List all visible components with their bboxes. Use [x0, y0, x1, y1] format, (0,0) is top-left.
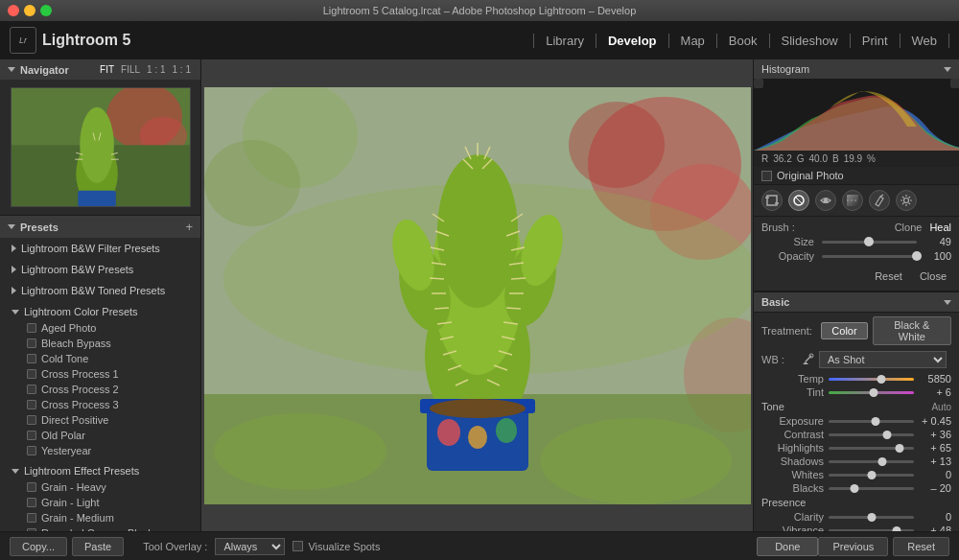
fill-btn[interactable]: FILL: [119, 63, 142, 76]
heal-btn[interactable]: Heal: [929, 222, 951, 233]
vibrance-slider[interactable]: [829, 529, 914, 532]
shadows-slider[interactable]: [829, 460, 914, 463]
whites-slider[interactable]: [829, 474, 914, 477]
presets-add-icon[interactable]: +: [185, 220, 193, 234]
preset-cross-process-2-icon: [27, 385, 36, 394]
clarity-label: Clarity: [761, 511, 824, 523]
reset-develop-button[interactable]: Reset: [893, 537, 949, 556]
preset-direct-positive[interactable]: Direct Positive: [0, 412, 200, 428]
spot-removal-btn[interactable]: [788, 190, 809, 211]
preset-old-polar-icon: [27, 431, 36, 440]
navigator-header[interactable]: Navigator FIT FILL 1 : 1 1 : 1: [0, 59, 200, 80]
bw-btn[interactable]: Black & White: [873, 316, 951, 345]
window-controls: [8, 5, 52, 16]
preset-cross-process-3[interactable]: Cross Process 3: [0, 397, 200, 412]
wb-eyedropper-btn[interactable]: [800, 352, 815, 367]
wb-label: WB :: [761, 354, 800, 365]
preset-cross-process-2[interactable]: Cross Process 2: [0, 382, 200, 397]
preset-group-bwtoned-header[interactable]: Lightroom B&W Toned Presets: [0, 282, 200, 299]
paste-button[interactable]: Paste: [72, 537, 124, 556]
contrast-thumb[interactable]: [882, 431, 891, 439]
wb-select[interactable]: As Shot Auto Daylight Cloudy Custom: [819, 351, 947, 368]
fit-btn[interactable]: FIT: [98, 63, 116, 76]
nav-slideshow[interactable]: Slideshow: [770, 34, 851, 48]
crop-tool-btn[interactable]: [761, 190, 783, 211]
presets-header[interactable]: Presets +: [0, 216, 200, 238]
close-icon[interactable]: [8, 5, 19, 16]
auto-btn[interactable]: Auto: [931, 402, 951, 412]
previous-button[interactable]: Previous: [818, 537, 888, 556]
preset-group-bw-header[interactable]: Lightroom B&W Presets: [0, 261, 200, 278]
preset-aged-photo[interactable]: Aged Photo: [0, 320, 200, 336]
opacity-value: 100: [923, 250, 951, 262]
settings-btn[interactable]: [896, 190, 917, 211]
opacity-slider-track[interactable]: [822, 255, 917, 258]
adjustment-brush-btn[interactable]: [869, 190, 890, 211]
logo-icon: Lr: [10, 27, 36, 54]
preset-group-bwfilter-header[interactable]: Lightroom B&W Filter Presets: [0, 240, 200, 257]
preset-grain-light[interactable]: Grain - Light: [0, 495, 200, 510]
shadows-row: Shadows + 13: [754, 455, 959, 468]
tint-slider[interactable]: [829, 391, 914, 394]
exposure-thumb[interactable]: [871, 417, 879, 426]
left-panel: Navigator FIT FILL 1 : 1 1 : 1: [0, 59, 201, 531]
tool-strip: [754, 185, 959, 217]
minimize-icon[interactable]: [24, 5, 35, 16]
blacks-thumb[interactable]: [850, 484, 858, 493]
nav-web[interactable]: Web: [901, 34, 950, 48]
basic-panel-header[interactable]: Basic: [754, 292, 959, 313]
tool-overlay-select[interactable]: Always Never Selected: [215, 538, 285, 555]
preset-grain-heavy[interactable]: Grain - Heavy: [0, 479, 200, 495]
redeye-btn[interactable]: [815, 190, 836, 211]
nav-print[interactable]: Print: [851, 34, 901, 48]
preset-cross-process-1[interactable]: Cross Process 1: [0, 366, 200, 382]
preset-grain-medium[interactable]: Grain - Medium: [0, 510, 200, 525]
copy-button[interactable]: Copy...: [10, 537, 67, 556]
1to1-btn[interactable]: 1 : 1: [145, 63, 167, 76]
original-photo-checkbox[interactable]: [761, 171, 772, 181]
bottom-left-buttons: Copy... Paste: [10, 537, 124, 556]
tint-slider-thumb[interactable]: [870, 388, 878, 397]
done-button[interactable]: Done: [757, 537, 818, 556]
shadows-thumb[interactable]: [878, 457, 887, 466]
exposure-slider[interactable]: [829, 420, 914, 423]
maximize-icon[interactable]: [40, 5, 52, 16]
preset-bleach-bypass[interactable]: Bleach Bypass: [0, 336, 200, 351]
blacks-slider[interactable]: [829, 487, 914, 490]
preset-cold-tone[interactable]: Cold Tone: [0, 351, 200, 366]
preset-rounded-corners-black[interactable]: Rounded Corners Black: [0, 525, 200, 531]
size-slider-thumb[interactable]: [864, 237, 874, 246]
preset-old-polar[interactable]: Old Polar: [0, 428, 200, 443]
gradient-btn[interactable]: [842, 190, 863, 211]
preset-yesteryear-label: Yesteryear: [41, 445, 91, 456]
preset-yesteryear[interactable]: Yesteryear: [0, 443, 200, 458]
visualize-spots-checkbox[interactable]: [292, 541, 303, 551]
highlights-slider[interactable]: [829, 447, 914, 450]
vibrance-thumb[interactable]: [893, 526, 901, 532]
temp-slider[interactable]: [829, 378, 914, 381]
contrast-slider[interactable]: [829, 433, 914, 436]
reset-btn[interactable]: Reset: [870, 268, 907, 284]
nav-develop[interactable]: Develop: [596, 34, 669, 48]
preset-grain-heavy-icon: [27, 482, 36, 492]
preset-grain-light-label: Grain - Light: [41, 497, 100, 508]
clone-btn[interactable]: Clone: [895, 222, 923, 233]
nav-book[interactable]: Book: [717, 34, 770, 48]
clarity-thumb[interactable]: [867, 513, 876, 522]
nav-library[interactable]: Library: [533, 34, 596, 48]
temp-slider-thumb[interactable]: [877, 375, 886, 384]
preset-aged-photo-icon: [27, 323, 36, 333]
custom-fit-btn[interactable]: 1 : 1: [171, 63, 193, 76]
size-slider-track[interactable]: [822, 241, 917, 244]
preset-group-effects-header[interactable]: Lightroom Effect Presets: [0, 462, 200, 479]
color-btn[interactable]: Color: [821, 322, 867, 339]
nav-map[interactable]: Map: [669, 34, 717, 48]
preset-group-color-header[interactable]: Lightroom Color Presets: [0, 303, 200, 320]
whites-thumb[interactable]: [867, 471, 876, 479]
clarity-row: Clarity 0: [754, 510, 959, 524]
highlights-thumb[interactable]: [895, 444, 903, 453]
b-value: 19.9: [844, 153, 862, 164]
close-btn[interactable]: Close: [915, 268, 951, 284]
opacity-slider-thumb[interactable]: [912, 251, 922, 261]
clarity-slider[interactable]: [829, 516, 914, 519]
